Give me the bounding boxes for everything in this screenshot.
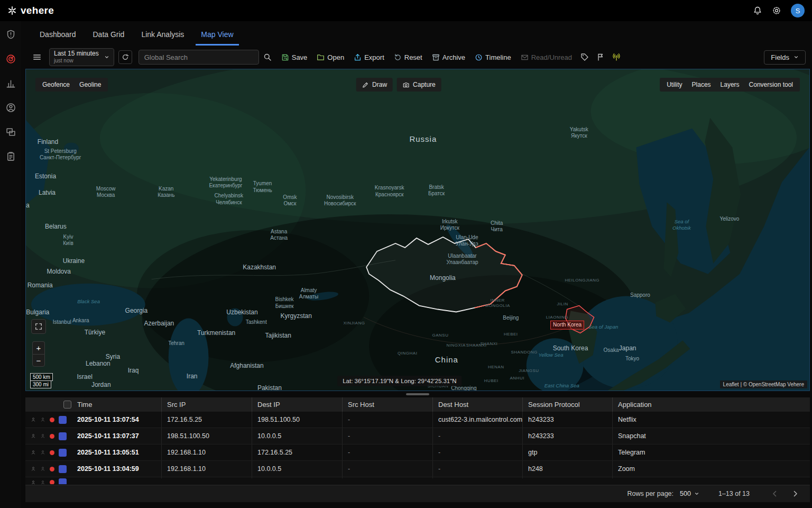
sidebar-item-devices[interactable] xyxy=(6,127,16,137)
tab-link-analysis[interactable]: Link Analysis xyxy=(136,28,189,46)
devices-icon xyxy=(6,127,16,137)
map-label: SHANDONG xyxy=(511,350,537,355)
open-button[interactable]: Open xyxy=(317,53,344,61)
col-src-host[interactable]: Src Host xyxy=(342,397,432,412)
save-button[interactable]: Save xyxy=(281,53,308,61)
search-button[interactable] xyxy=(263,53,272,61)
map-label: Black Sea xyxy=(77,299,100,305)
cell-application: Telegram xyxy=(612,444,810,460)
row-checkbox[interactable] xyxy=(59,478,67,484)
tab-dashboard[interactable]: Dashboard xyxy=(34,28,81,46)
hamburger-icon xyxy=(32,52,42,62)
col-dest-host[interactable]: Dest Host xyxy=(432,397,522,412)
menu-button[interactable] xyxy=(32,52,42,62)
map-label: Pakistan xyxy=(257,384,282,391)
user-group-icon xyxy=(40,416,45,423)
col-time[interactable]: Time xyxy=(72,397,161,412)
sidebar-item-analytics[interactable] xyxy=(6,78,16,88)
row-checkbox[interactable] xyxy=(59,449,67,457)
topbar: vehere S xyxy=(0,0,812,21)
caret-down-icon xyxy=(793,55,799,60)
alert-dot-icon xyxy=(50,450,54,455)
reset-button[interactable]: Reset xyxy=(394,53,422,61)
map-label: NINGXIA xyxy=(446,343,465,348)
capture-button[interactable]: Capture xyxy=(397,78,441,92)
alert-dot-icon xyxy=(50,418,54,422)
map-label: North Korea xyxy=(550,321,584,330)
tag-button[interactable] xyxy=(580,53,589,61)
zoom-in-button[interactable]: + xyxy=(32,341,45,354)
user-avatar[interactable]: S xyxy=(791,4,805,17)
col-application[interactable]: Application xyxy=(612,397,810,412)
map-label: ANHUI xyxy=(510,376,524,381)
map-label: HEBEI xyxy=(504,332,518,337)
capture-label: Capture xyxy=(413,81,436,88)
cell-dest-host: - xyxy=(432,428,522,444)
conversion-tool-button[interactable]: Conversion tool xyxy=(744,78,798,92)
map-view[interactable]: RussiaChinaFinlandEstoniaLatviaLithuania… xyxy=(25,69,810,391)
settings-button[interactable] xyxy=(772,6,781,15)
map-label: Lithuania xyxy=(25,202,30,210)
map-label: Osaka xyxy=(604,347,619,353)
map-label: HENAN xyxy=(488,365,504,370)
read-unread-label: Read/Unread xyxy=(531,53,572,61)
geoline-button[interactable]: Geoline xyxy=(75,78,106,92)
broadcast-button[interactable] xyxy=(612,53,621,61)
row-checkbox[interactable] xyxy=(59,416,67,424)
map-label: Krasnoyarsk Красноярск xyxy=(375,185,404,198)
col-dest-ip[interactable]: Dest IP xyxy=(252,397,342,412)
sidebar-item-reports[interactable] xyxy=(6,151,16,161)
time-range-dropdown[interactable]: Last 15 minutes just now xyxy=(49,48,114,66)
tab-data-grid[interactable]: Data Grid xyxy=(88,28,130,46)
map-label: Bulgaria xyxy=(26,309,49,316)
utility-button[interactable]: Utility xyxy=(662,78,687,92)
sidebar-item-users[interactable] xyxy=(6,103,16,113)
sidebar-item-alerts[interactable] xyxy=(6,30,16,40)
refresh-button[interactable] xyxy=(118,50,132,64)
export-button[interactable]: Export xyxy=(354,53,384,61)
archive-button[interactable]: Archive xyxy=(432,53,465,61)
scrollbar-handle[interactable] xyxy=(406,393,429,395)
rows-per-page-dropdown[interactable]: 500 xyxy=(680,490,699,497)
toolbar: Last 15 minutes just now Save xyxy=(25,46,810,69)
layers-button[interactable]: Layers xyxy=(716,78,744,92)
row-checkbox[interactable] xyxy=(59,432,67,440)
timeline-button[interactable]: Timeline xyxy=(475,53,511,61)
notifications-button[interactable] xyxy=(753,6,762,15)
horizontal-scrollbar[interactable] xyxy=(25,391,810,397)
export-icon xyxy=(354,53,362,61)
flag-button[interactable] xyxy=(596,53,605,61)
map-label: Ukraine xyxy=(63,257,85,265)
zoom-out-button[interactable]: − xyxy=(32,354,45,367)
user-circle-icon xyxy=(6,103,16,113)
brand[interactable]: vehere xyxy=(7,5,54,16)
table-row[interactable]: 2025-10-11 13:07:37 198.51.100.50 10.0.0… xyxy=(25,428,810,444)
map-label: Azerbaijan xyxy=(144,320,174,328)
map-label: Bishkek Бишкек xyxy=(275,296,294,310)
table-row[interactable]: 2025-10-11 13:05:51 192.168.1.10 172.16.… xyxy=(25,444,810,461)
fields-dropdown[interactable]: Fields xyxy=(764,50,806,65)
map-attribution[interactable]: Leaflet | © OpenStreetMap Vehere xyxy=(720,380,807,388)
table-row[interactable]: 2025-10-11 13:04:59 192.168.1.10 10.0.0.… xyxy=(25,461,810,477)
geofence-button[interactable]: Geofence xyxy=(38,78,75,92)
save-label: Save xyxy=(292,53,308,61)
select-all-checkbox[interactable] xyxy=(63,401,71,409)
tab-map-view[interactable]: Map View xyxy=(196,28,238,46)
map-labels: RussiaChinaFinlandEstoniaLatviaLithuania… xyxy=(26,69,809,391)
row-icons xyxy=(25,461,72,477)
archive-icon xyxy=(432,53,440,61)
col-session-protocol[interactable]: Session Protocol xyxy=(522,397,612,412)
sidebar-item-detections[interactable] xyxy=(6,54,16,64)
map-label: Syria xyxy=(106,353,120,361)
cell-dest-ip: 10.0.0.5 xyxy=(252,428,342,444)
places-button[interactable]: Places xyxy=(687,78,716,92)
map-label: Irkutsk Иркутск xyxy=(440,218,459,231)
map-label: East China Sea xyxy=(545,383,579,389)
next-page-button[interactable] xyxy=(789,487,801,500)
row-checkbox[interactable] xyxy=(59,465,67,473)
global-search-input[interactable] xyxy=(139,50,259,65)
col-src-ip[interactable]: Src IP xyxy=(161,397,252,412)
fullscreen-button[interactable] xyxy=(31,319,46,334)
table-row[interactable]: 2025-10-11 13:07:54 172.16.5.25 198.51.1… xyxy=(25,412,810,428)
draw-button[interactable]: Draw xyxy=(356,78,393,92)
